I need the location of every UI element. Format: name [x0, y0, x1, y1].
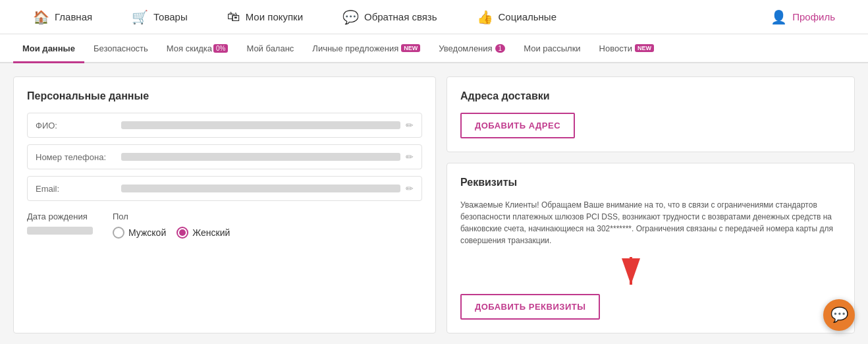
- right-panel: Адреса доставки ДОБАВИТЬ АДРЕС Реквизиты…: [447, 76, 855, 333]
- gender-female-label: Женский: [192, 227, 230, 238]
- add-requisites-button[interactable]: ДОБАВИТЬ РЕКВИЗИТЫ: [460, 294, 600, 320]
- gender-female-option[interactable]: Женский: [176, 227, 230, 239]
- fio-label: ФИО:: [36, 121, 115, 130]
- nav-home[interactable]: 🏠 Главная: [13, 0, 112, 34]
- chat-button[interactable]: 💬: [823, 299, 855, 331]
- gender-label: Пол: [113, 212, 230, 221]
- phone-edit-icon[interactable]: ✏: [406, 152, 414, 162]
- nav-purchases-label: Мои покупки: [246, 11, 303, 22]
- dob-section: Дата рождения: [27, 212, 93, 239]
- personal-data-title: Персональные данные: [27, 90, 422, 102]
- tab-news-label: Новости: [599, 43, 632, 53]
- gender-section: Пол Мужской Женский: [113, 212, 230, 239]
- gender-options: Мужской Женский: [113, 227, 230, 239]
- profile-icon: 👤: [771, 9, 787, 25]
- tab-notifications-label: Уведомления: [439, 43, 492, 53]
- email-label: Email:: [36, 184, 115, 194]
- bottom-section: Дата рождения Пол Мужской Женский: [27, 212, 422, 239]
- requisites-panel: Реквизиты Уважаемые Клиенты! Обращаем Ва…: [447, 163, 855, 333]
- tab-mailings-label: Мои рассылки: [524, 43, 580, 53]
- phone-field: Номер телефона: ✏: [27, 144, 422, 169]
- cart-icon: 🛒: [132, 9, 148, 25]
- delivery-title: Адреса доставки: [460, 90, 841, 102]
- tab-security-label: Безопасность: [94, 43, 148, 53]
- personal-data-panel: Персональные данные ФИО: ✏ Номер телефон…: [13, 76, 436, 333]
- gender-male-option[interactable]: Мужской: [113, 227, 166, 239]
- nav-feedback-label: Обратная связь: [364, 11, 437, 22]
- red-arrow-icon: [611, 257, 651, 290]
- nav-profile-label: Профиль: [792, 11, 835, 22]
- bag-icon: 🛍: [227, 9, 240, 24]
- top-navigation: 🏠 Главная 🛒 Товары 🛍 Мои покупки 💬 Обрат…: [0, 0, 868, 34]
- email-edit-icon[interactable]: ✏: [406, 183, 414, 194]
- delivery-addresses-panel: Адреса доставки ДОБАВИТЬ АДРЕС: [447, 76, 855, 152]
- email-value: [121, 185, 400, 192]
- tab-news[interactable]: Новости NEW: [590, 34, 663, 62]
- main-content: Персональные данные ФИО: ✏ Номер телефон…: [0, 63, 868, 344]
- feedback-icon: 💬: [342, 9, 359, 25]
- tab-offers[interactable]: Личные предложения NEW: [303, 34, 429, 62]
- nav-social-label: Социальные: [499, 11, 556, 22]
- notifications-badge: 1: [495, 44, 506, 53]
- tab-balance-label: Мой баланс: [246, 43, 294, 53]
- requisites-title: Реквизиты: [460, 177, 841, 188]
- tab-discount[interactable]: Моя скидка 0%: [157, 34, 238, 62]
- nav-products[interactable]: 🛒 Товары: [112, 0, 207, 34]
- nav-social[interactable]: 👍 Социальные: [457, 0, 576, 34]
- dob-label: Дата рождения: [27, 212, 93, 221]
- gender-female-radio-inner: [179, 229, 186, 236]
- fio-edit-icon[interactable]: ✏: [406, 120, 414, 130]
- gender-female-radio: [176, 227, 188, 239]
- nav-products-label: Товары: [153, 11, 188, 22]
- requisites-text: Уважаемые Клиенты! Обращаем Ваше внимани…: [460, 199, 841, 246]
- news-badge: NEW: [635, 44, 654, 52]
- fio-value: [121, 121, 400, 129]
- tab-mailings[interactable]: Мои рассылки: [514, 34, 589, 62]
- nav-feedback[interactable]: 💬 Обратная связь: [323, 0, 457, 34]
- dob-value: [27, 227, 93, 235]
- offers-badge: NEW: [401, 44, 420, 52]
- nav-profile[interactable]: 👤 Профиль: [751, 0, 855, 34]
- home-icon: 🏠: [33, 9, 49, 25]
- tab-security[interactable]: Безопасность: [84, 34, 157, 62]
- tab-notifications[interactable]: Уведомления 1: [429, 34, 514, 62]
- tab-mydata-label: Мои данные: [22, 43, 75, 53]
- nav-purchases[interactable]: 🛍 Мои покупки: [207, 0, 323, 34]
- tab-discount-label: Моя скидка: [167, 43, 212, 53]
- social-icon: 👍: [477, 9, 493, 25]
- phone-label: Номер телефона:: [36, 152, 115, 162]
- gender-male-label: Мужской: [128, 227, 166, 238]
- email-field: Email: ✏: [27, 176, 422, 201]
- tab-balance[interactable]: Мой баланс: [237, 34, 303, 62]
- discount-badge: 0%: [213, 44, 228, 53]
- add-address-button[interactable]: ДОБАВИТЬ АДРЕС: [460, 113, 575, 138]
- tab-mydata[interactable]: Мои данные: [13, 34, 84, 62]
- gender-male-radio: [113, 227, 124, 239]
- sub-navigation: Мои данные Безопасность Моя скидка 0% Мо…: [0, 34, 868, 63]
- arrow-wrapper: [460, 257, 841, 290]
- tab-offers-label: Личные предложения: [312, 43, 398, 53]
- fio-field: ФИО: ✏: [27, 113, 422, 138]
- chat-icon: 💬: [830, 306, 848, 324]
- phone-value: [121, 153, 400, 161]
- nav-home-label: Главная: [55, 11, 92, 22]
